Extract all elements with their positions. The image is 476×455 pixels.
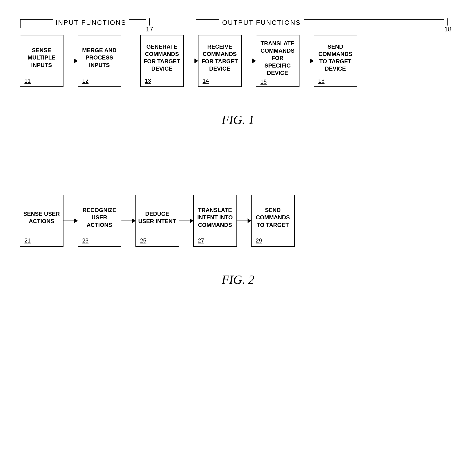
fig1-boxes-row: SENSE MULTIPLE INPUTS 11 MERGE AND PROCE… [20, 35, 456, 87]
bracket-gap [177, 19, 196, 33]
box-29-number: 29 [254, 237, 262, 244]
box-25: DEDUCE USER INTENT 25 [135, 195, 179, 247]
input-bracket-tick [149, 18, 150, 25]
input-bracket-mid: 17 [146, 18, 153, 33]
box-12-text: MERGE AND PROCESS INPUTS [80, 40, 119, 76]
box-29-text: SEND COMMANDS TO TARGET [254, 200, 292, 236]
arrow-21-23 [63, 220, 78, 221]
output-bracket-top: OUTPUT FUNCTIONS 18 [196, 19, 456, 33]
box-16: SEND COMMANDS TO TARGET DEVICE 16 [314, 35, 357, 87]
box-15-number: 15 [259, 78, 267, 85]
box-15: TRANSLATE COMMANDS FOR SPECIFIC DEVICE 1… [256, 35, 300, 87]
box-23-text: RECOGNIZE USER ACTIONS [80, 200, 119, 236]
box-13: GENERATE COMMANDS FOR TARGET DEVICE 13 [140, 35, 184, 87]
output-bracket-number: 18 [444, 25, 452, 33]
input-bracket-top: INPUT FUNCTIONS 17 [20, 19, 158, 33]
box-12: MERGE AND PROCESS INPUTS 12 [78, 35, 121, 87]
arrow-23-25 [121, 220, 135, 221]
box-11-text: SENSE MULTIPLE INPUTS [23, 40, 61, 76]
fig2-label-row: FIG. 2 [20, 261, 456, 287]
box-11-number: 11 [23, 77, 31, 84]
fig2-label: FIG. 2 [222, 273, 254, 287]
bracket-labels-row: INPUT FUNCTIONS 17 OUTPUT FUNCTIONS [20, 19, 456, 33]
fig1-container: INPUT FUNCTIONS 17 OUTPUT FUNCTIONS [20, 19, 456, 127]
box-11: SENSE MULTIPLE INPUTS 11 [20, 35, 63, 87]
box-21-text: SENSE USER ACTIONS [23, 200, 61, 236]
arrow-14-15 [242, 61, 256, 61]
output-bracket-left-corner [196, 19, 200, 28]
input-bracket-left-corner [20, 19, 24, 28]
box-29: SEND COMMANDS TO TARGET 29 [251, 195, 295, 247]
box-14-text: RECEIVE COMMANDS FOR TARGET DEVICE [201, 40, 239, 76]
output-bracket-tick [447, 18, 448, 25]
output-label-inline: OUTPUT FUNCTIONS [219, 19, 304, 26]
box-25-number: 25 [138, 237, 147, 244]
box-27-text: TRANSLATE INTENT INTO COMMANDS [196, 200, 234, 236]
box-27: TRANSLATE INTENT INTO COMMANDS 27 [193, 195, 237, 247]
box-16-number: 16 [317, 77, 325, 84]
input-label-inline: INPUT FUNCTIONS [53, 19, 129, 26]
arrow-15-16 [300, 61, 314, 61]
box-13-number: 13 [143, 77, 151, 84]
page-container: INPUT FUNCTIONS 17 OUTPUT FUNCTIONS [9, 9, 467, 287]
box-14: RECEIVE COMMANDS FOR TARGET DEVICE 14 [198, 35, 242, 87]
arrow-27-29 [237, 220, 251, 221]
output-bracket-line-right [304, 19, 444, 20]
box-23-number: 23 [80, 237, 89, 244]
input-section-label: INPUT FUNCTIONS [56, 19, 127, 26]
box-27-number: 27 [196, 237, 204, 244]
box-21-number: 21 [23, 237, 31, 244]
box-16-text: SEND COMMANDS TO TARGET DEVICE [317, 40, 355, 76]
box-21: SENSE USER ACTIONS 21 [20, 195, 63, 247]
box-12-number: 12 [80, 77, 89, 84]
fig2-boxes-row: SENSE USER ACTIONS 21 RECOGNIZE USER ACT… [20, 195, 456, 247]
box-15-text: TRANSLATE COMMANDS FOR SPECIFIC DEVICE [259, 40, 297, 76]
box-14-number: 14 [201, 77, 209, 84]
arrow-13-14 [184, 61, 198, 61]
box-25-text: DEDUCE USER INTENT [138, 200, 176, 236]
input-bracket-line-right [129, 19, 146, 20]
fig2-container: SENSE USER ACTIONS 21 RECOGNIZE USER ACT… [20, 193, 456, 287]
output-bracket-mid: 18 [444, 18, 452, 33]
box-23: RECOGNIZE USER ACTIONS 23 [78, 195, 121, 247]
input-bracket-line-left [24, 19, 53, 20]
fig1-label-row: FIG. 1 [20, 101, 456, 127]
fig1-label: FIG. 1 [222, 113, 254, 127]
box-13-text: GENERATE COMMANDS FOR TARGET DEVICE [143, 40, 181, 76]
arrow-11-12 [63, 61, 78, 61]
output-section-label: OUTPUT FUNCTIONS [222, 19, 301, 26]
arrow-25-27 [179, 220, 193, 221]
input-bracket-number: 17 [146, 25, 153, 33]
output-bracket-line-left [200, 19, 219, 20]
